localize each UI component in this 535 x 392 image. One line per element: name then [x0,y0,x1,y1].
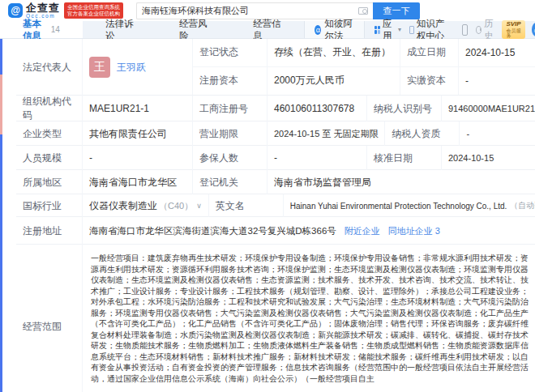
auto-translate-prefix: （自动翻译 [510,200,535,211]
qichacha-company-page: @ 企查查 Qcc.com 全国企业信用查询系统 官方备案企业征信机构 海南钰海… [0,0,535,392]
business-scope-text: 一般经营项目：建筑废弃物再生技术研发；环境保护专用设备制造；环境保护专用设备销售… [83,245,535,392]
business-scope-label: 经营范围 [16,245,83,392]
establish-date-value: 2024-10-15 [459,39,535,66]
staff-size-value: - [83,146,193,170]
reg-status-label: 登记状态 [193,39,268,66]
industry-expand-chevron-icon[interactable]: ∨ [196,202,202,210]
table-row-industry: 国标行业 仪器仪表制造业 （C40） ∨ 英文名 Hainan Yuhai En… [16,194,535,217]
search-area: 海南钰海环保科技有限公司 查一下 [136,2,420,19]
table-row-staff-size: 人员规模 - 参保人数 - 核准日期 2024-10-15 [16,146,535,170]
biz-reg-no-label: 工商注册号 [193,96,268,121]
legal-rep-label: 法定代表人 [16,39,83,96]
company-type-label: 企业类型 [16,121,83,146]
chevron-down-icon: ▾ [398,26,401,33]
basic-info-table: 法定代表人 王 王羽跃 登记状态 存续（在营、开业、在册） 成立日期 2024-… [0,39,535,392]
taxpayer-id-label: 纳税人识别号 [367,96,442,121]
table-row-legal-rep: 法定代表人 王 王羽跃 登记状态 存续（在营、开业、在册） 成立日期 2024-… [16,39,535,96]
region-label: 所属地区 [16,170,83,194]
history-label: 历史 [484,18,495,42]
clock-icon [476,26,481,34]
tab-legal-label: 法律诉讼 [105,18,134,42]
qcc-logo[interactable]: @ 企查查 Qcc.com 全国企业信用查询系统 官方备案企业征信机构 [8,2,123,19]
same-address-companies-link[interactable]: 同地址企业 3 [388,225,440,237]
business-scope-part1: 一般经营项目：建筑废弃物再生技术研发；环境保护专用设备制造；环境保护专用设备销售… [91,253,530,384]
apps-menu-button[interactable]: 应用 ▾ [374,18,401,42]
table-row-org-code: 组织机构代码 MAE1UR21-1 工商注册号 460106011307678 … [16,96,535,121]
reg-status-value: 存续（在营、开业、在册） [268,39,400,66]
tab-risk-label: 经营风险 [179,18,208,42]
search-value: 海南钰海环保科技有限公司 [142,5,358,17]
zhibi-alpha-label: 知彼阿尔法 [324,18,354,42]
customer-service-icon[interactable]: ∩ [532,23,535,36]
tab-basic-count: 14 [51,25,60,34]
industry-code: （C40） [159,200,193,212]
credential-badge: 全国企业信用查询系统 官方备案企业征信机构 [64,2,123,19]
search-button[interactable]: 查一下 [373,2,420,19]
address-value: 海南省海口市龙华区滨海街道滨海大道32号复兴城D栋366号 [89,225,336,237]
industry-cell: 仪器仪表制造业 （C40） ∨ [83,194,209,217]
tab-risk[interactable]: 经营风险 [156,21,230,38]
qcc-logo-icon: @ [8,3,23,18]
establish-date-label: 成立日期 [400,39,459,66]
tab-business[interactable]: 经营信息 [230,21,304,38]
zhibi-alpha-button[interactable]: α 知彼阿尔法 [304,21,365,38]
camera-icon[interactable] [358,7,368,15]
english-name-label: 英文名 [209,194,284,217]
left-edge-strip-pink [0,75,2,134]
taxpayer-id-value: 91460000MAE1UR211Q [442,96,535,121]
table-row-region: 所属地区 海南省海口市龙华区 登记机关 海南省市场监督管理局 [16,170,535,194]
english-name-cell: Hainan Yuhai Environmental Protection Te… [284,194,535,217]
reg-capital-value: 2000万元人民币 [268,67,400,96]
tab-legal[interactable]: 法律诉讼 [83,21,156,38]
ip-center-link[interactable]: 知识产权中心 [409,18,452,42]
address-cell: 海南省海口市龙华区滨海街道滨海大道32号复兴城D栋366号 附近企业 同地址企业… [83,217,535,245]
svip-sub-label: 会员服务 [506,28,520,38]
staff-size-label: 人员规模 [16,146,83,170]
company-type-value: 其他有限责任公司 [83,121,193,146]
tab-basic-info[interactable]: 基本信息 14 [0,21,83,38]
history-button[interactable]: 历史 [476,18,496,42]
insured-count-value: - [268,146,367,170]
approval-date-label: 核准日期 [367,146,442,170]
industry-label: 国标行业 [16,194,83,217]
taxpayer-qual-value: - [460,121,535,146]
insured-count-label: 参保人数 [193,146,268,170]
brand-text: 企查查 Qcc.com [26,2,60,19]
mobile-app-icon[interactable] [462,24,468,36]
table-row-address: 注册地址 海南省海口市龙华区滨海街道滨海大道32号复兴城D栋366号 附近企业 … [16,217,535,245]
reg-capital-label: 注册资本 [193,67,268,96]
address-label: 注册地址 [16,217,83,245]
brand-name: 企查查 [26,2,60,13]
biz-term-label: 营业期限 [193,121,268,146]
org-code-label: 组织机构代码 [16,96,83,121]
svip-label: SVIP [506,21,520,28]
badge-line2: 官方备案企业征信机构 [67,11,120,17]
nearby-companies-link[interactable]: 附近企业 [345,225,380,237]
legal-rep-name-link[interactable]: 王羽跃 [117,61,146,75]
paid-capital-value: - [459,67,535,96]
document-icon [409,26,414,34]
industry-value: 仪器仪表制造业 [89,199,157,213]
zhibi-alpha-icon: α [315,25,321,35]
approval-date-value: 2024-10-15 [442,146,535,170]
biz-reg-no-value: 460106011307678 [268,96,367,121]
reg-authority-value: 海南省市场监督管理局 [268,170,535,194]
reg-authority-label: 登记机关 [193,170,268,194]
taxpayer-qual-label: 纳税人资质 [385,121,460,146]
tab-basic-label: 基本信息 [23,18,49,42]
paid-capital-label: 实缴资本 [400,67,459,96]
biz-term-value: 2024-10-15 至 无固定期限 [268,121,385,146]
ip-center-label: 知识产权中心 [417,18,452,42]
apps-label: 应用 [383,18,395,42]
search-input[interactable]: 海南钰海环保科技有限公司 [136,2,373,19]
legal-rep-avatar: 王 [89,57,110,78]
table-row-business-scope: 经营范围 一般经营项目：建筑废弃物再生技术研发；环境保护专用设备制造；环境保护专… [16,245,535,392]
org-code-value: MAE1UR21-1 [83,96,193,121]
table-row-company-type: 企业类型 其他有限责任公司 营业期限 2024-10-15 至 无固定期限 纳税… [16,121,535,146]
apps-grid-icon [374,26,380,34]
tab-business-label: 经营信息 [253,18,281,42]
region-value: 海南省海口市龙华区 [83,170,193,194]
svip-badge[interactable]: SVIP 会员服务 [502,20,524,39]
legal-rep-cell: 王 王羽跃 [83,39,192,96]
english-name-value: Hainan Yuhai Environmental Protection Te… [290,202,507,211]
